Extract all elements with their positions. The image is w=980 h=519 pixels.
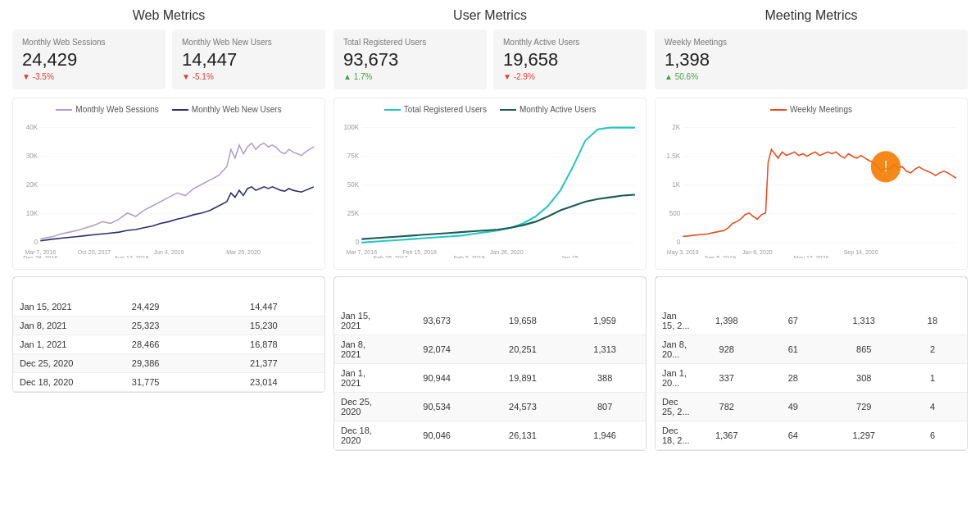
table-row: Dec 25, 2...782497294 <box>656 393 967 421</box>
user-date-header[interactable]: Date ▼ <box>334 277 392 307</box>
svg-text:Jun 4, 2019: Jun 4, 2019 <box>154 248 184 256</box>
web-new-users-value: 14,447 <box>182 50 315 70</box>
monthly-active-change: ▼ -2.9% <box>503 72 637 81</box>
meeting-metrics-cards: Weekly Meetings 1,398 ▲ 50.6% <box>655 30 968 89</box>
web-chart-svg: 40K 30K 20K 10K 0 Mar 7, 2016 <box>20 119 318 258</box>
weekly-legend-label: Weekly Meetings <box>790 105 852 114</box>
web-chart-legend: Monthly Web Sessions Monthly Web New Use… <box>20 105 318 114</box>
monthly-active-card: Monthly Active Users 19,658 ▼ -2.9% <box>493 30 647 89</box>
web-sessions-change: ▼ -3.5% <box>22 72 156 81</box>
user-section-title: User Metrics <box>333 8 647 23</box>
weekly-retro-header[interactable]: Weekly Retro Meetings <box>830 277 898 307</box>
table-row: Jan 1, 202128,46616,878 <box>13 335 324 354</box>
registered-legend-line <box>384 109 401 111</box>
svg-text:Sep 14, 2020: Sep 14, 2020 <box>844 248 878 256</box>
svg-text:0: 0 <box>356 238 360 246</box>
svg-text:Jan 15,...: Jan 15,... <box>561 254 585 258</box>
table-row: Dec 25, 202029,38621,377 <box>13 354 324 373</box>
weekly-meetings-change: ▲ 50.6% <box>665 72 958 81</box>
table-row: Dec 18, 2...1,367641,2976 <box>656 421 967 450</box>
table-row: Jan 15, 202193,67319,6581,959 <box>334 307 646 335</box>
table-row: Jan 15, 202124,42914,447 <box>13 298 324 316</box>
web-sessions-card: Monthly Web Sessions 24,429 ▼ -3.5% <box>12 30 166 89</box>
svg-text:Feb 25, 2017: Feb 25, 2017 <box>374 254 408 258</box>
svg-text:1K: 1K <box>672 180 680 189</box>
svg-text:2K: 2K <box>672 123 680 131</box>
user-chart-area: Total Registered Users Monthly Active Us… <box>333 98 647 270</box>
svg-text:25K: 25K <box>347 209 360 217</box>
new-users-legend-line <box>172 109 188 111</box>
user-table-container: Date ▼ Total Registered Users Monthly Ac… <box>333 276 647 451</box>
user-chart-legend: Total Registered Users Monthly Active Us… <box>341 105 639 114</box>
user-section: User Metrics Total Registered Users 93,6… <box>333 8 647 451</box>
weekly-meetings-header[interactable]: Weekly Meetings <box>696 277 756 307</box>
svg-text:!: ! <box>883 157 887 175</box>
svg-text:Dec 28, 2016: Dec 28, 2016 <box>23 254 57 258</box>
web-section-title: Web Metrics <box>12 8 325 23</box>
web-legend-new-users: Monthly Web New Users <box>172 105 282 114</box>
meeting-section-title: Meeting Metrics <box>655 8 968 23</box>
svg-text:Mar 26, 2020: Mar 26, 2020 <box>226 248 261 256</box>
svg-text:1.5K: 1.5K <box>667 152 681 160</box>
total-reg-header[interactable]: Total Registered Users <box>392 277 482 307</box>
sessions-legend-label: Monthly Web Sessions <box>75 105 159 114</box>
sections-row: Web Metrics Monthly Web Sessions 24,429 … <box>12 8 968 451</box>
svg-text:0: 0 <box>34 238 39 246</box>
registered-legend-label: Total Registered Users <box>404 105 487 114</box>
table-row: Jan 8, 202192,07420,2511,313 <box>334 335 646 364</box>
svg-text:Oct 20, 2017: Oct 20, 2017 <box>78 248 111 256</box>
meeting-date-header[interactable]: Date ▼ <box>656 277 696 307</box>
web-sessions-value: 24,429 <box>22 50 156 70</box>
svg-text:Jan 26, 2020: Jan 26, 2020 <box>490 248 524 256</box>
meeting-section: Meeting Metrics Weekly Meetings 1,398 ▲ … <box>655 8 968 451</box>
user-chart-svg: 100K 75K 50K 25K 0 Mar 7, 2016 Feb 15, 2… <box>341 119 639 258</box>
total-registered-value: 93,673 <box>343 50 477 70</box>
monthly-active-value: 19,658 <box>503 50 637 70</box>
web-date-header[interactable]: Date ▼ <box>13 277 88 298</box>
user-legend-registered: Total Registered Users <box>384 105 487 114</box>
svg-text:Aug 12, 2018: Aug 12, 2018 <box>114 254 148 258</box>
web-metrics-cards: Monthly Web Sessions 24,429 ▼ -3.5% Mont… <box>12 30 325 89</box>
table-row: Jan 1, 20...337283081 <box>656 364 967 393</box>
user-table-body: Jan 15, 202193,67319,6581,959 Jan 8, 202… <box>334 307 646 450</box>
total-registered-label: Total Registered Users <box>343 38 477 47</box>
web-new-users-card: Monthly Web New Users 14,447 ▼ -5.1% <box>172 30 325 89</box>
web-new-users-label: Monthly Web New Users <box>182 38 315 47</box>
svg-text:Jan 8, 2020: Jan 8, 2020 <box>742 248 773 256</box>
meeting-table-body: Jan 15, 2...1,398671,31318 Jan 8, 20...9… <box>656 307 967 450</box>
web-table-header: Date ▼ Monthly Web Sessions Monthly Web … <box>13 277 324 298</box>
meeting-legend-weekly: Weekly Meetings <box>770 105 852 114</box>
table-row: Jan 8, 20...928618652 <box>656 335 967 364</box>
svg-text:40K: 40K <box>26 123 39 131</box>
svg-text:75K: 75K <box>347 152 360 160</box>
web-table-body: Jan 15, 202124,42914,447 Jan 8, 202125,3… <box>13 298 324 392</box>
total-registered-card: Total Registered Users 93,673 ▲ 1.7% <box>333 30 487 89</box>
weekly-legend-line <box>770 109 787 111</box>
weekly-meetings-card: Weekly Meetings 1,398 ▲ 50.6% <box>655 30 968 89</box>
web-sessions-header[interactable]: Monthly Web Sessions <box>88 277 203 298</box>
new-users-legend-label: Monthly Web New Users <box>192 105 282 114</box>
table-row: Dec 25, 202090,53424,573807 <box>334 393 646 421</box>
svg-text:10K: 10K <box>26 209 39 217</box>
active-legend-line <box>500 109 516 111</box>
weekly-poker-header[interactable]: Weekly Poker Meetings <box>898 277 967 307</box>
weekly-checkin-header[interactable]: Weekly Check-In Meetings <box>756 277 829 307</box>
svg-text:Feb 5, 2019: Feb 5, 2019 <box>454 254 485 258</box>
total-registered-change: ▲ 1.7% <box>343 72 477 81</box>
monthly-active-label: Monthly Active Users <box>503 38 637 47</box>
weekly-meetings-value: 1,398 <box>665 50 958 70</box>
weekly-signups-header[interactable]: Weekly New Signups <box>564 277 646 307</box>
svg-text:20K: 20K <box>26 180 39 189</box>
monthly-active-header[interactable]: Monthly Active Users <box>482 277 565 307</box>
table-row: Jan 8, 202125,32315,230 <box>13 316 324 335</box>
user-metrics-cards: Total Registered Users 93,673 ▲ 1.7% Mon… <box>333 30 647 89</box>
table-row: Jan 1, 202190,94419,891388 <box>334 364 646 393</box>
table-row: Dec 18, 202090,04626,1311,946 <box>334 421 646 450</box>
web-section: Web Metrics Monthly Web Sessions 24,429 … <box>12 8 325 451</box>
web-chart-area: Monthly Web Sessions Monthly Web New Use… <box>12 98 325 270</box>
web-new-users-header[interactable]: Monthly Web New Users <box>203 277 324 298</box>
table-row: Dec 18, 202031,77523,014 <box>13 373 324 392</box>
active-legend-label: Monthly Active Users <box>519 105 596 114</box>
web-table: Date ▼ Monthly Web Sessions Monthly Web … <box>13 277 324 392</box>
svg-text:Sep 5, 2019: Sep 5, 2019 <box>705 254 736 258</box>
